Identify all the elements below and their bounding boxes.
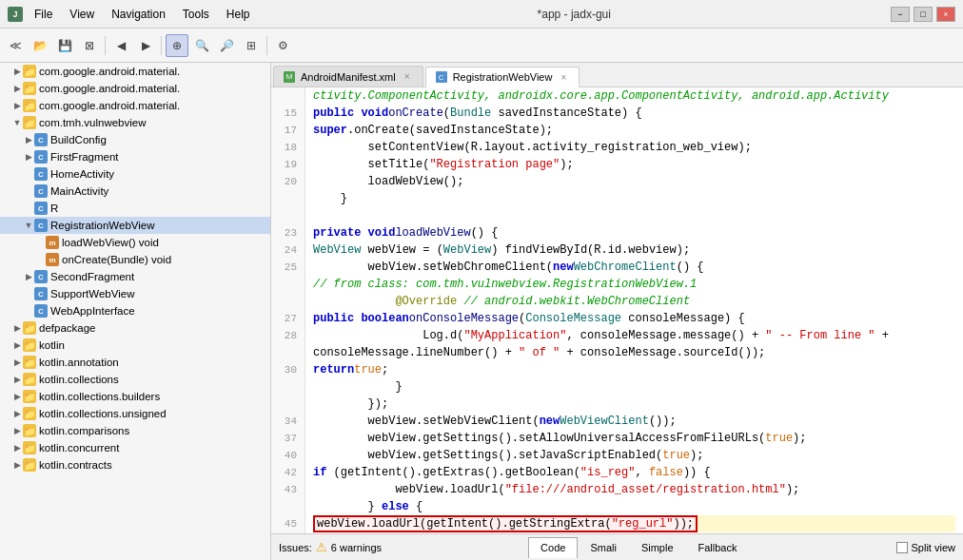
tb-search[interactable]: 🔍 <box>190 34 213 57</box>
code-line: consoleMessage.lineNumber() + " of " + c… <box>313 344 955 361</box>
list-item[interactable]: ▶ 📁 kotlin.collections.unsigned <box>0 405 270 422</box>
folder-icon: 📁 <box>23 407 36 420</box>
tree-label: RegistrationWebView <box>50 220 155 231</box>
tree-label: HomeActivity <box>50 168 114 180</box>
list-item[interactable]: ▶ 📁 com.google.android.material. <box>0 97 270 114</box>
code-line: // from class: com.tmh.vulnwebview.Regis… <box>313 276 955 293</box>
list-item[interactable]: m loadWebView() void <box>0 234 270 251</box>
tree-label: MainActivity <box>50 185 108 197</box>
code-line: return true; <box>313 361 955 378</box>
tab-smali[interactable]: Smali <box>578 537 629 558</box>
tab-label: AndroidManifest.xml <box>301 71 396 83</box>
tree-label: com.google.android.material. <box>39 66 180 77</box>
expand-arrow: ▼ <box>23 221 34 230</box>
app-icon: J <box>8 7 23 22</box>
list-item[interactable]: ▶ 📁 kotlin.comparisons <box>0 422 270 439</box>
code-content: ctivity.ComponentActivity, androidx.core… <box>305 87 963 533</box>
tree-label: onCreate(Bundle) void <box>62 254 171 265</box>
tree-label: com.google.android.material. <box>39 100 180 111</box>
list-item[interactable]: C R <box>0 200 270 217</box>
menu-view[interactable]: View <box>62 6 102 23</box>
class-icon: C <box>34 270 48 283</box>
expand-arrow: ▶ <box>11 392 23 401</box>
class-icon: C <box>34 202 48 215</box>
code-line: loadWebView(); <box>313 173 955 190</box>
tb-nav-fwd[interactable]: ▶ <box>134 34 157 57</box>
folder-icon: 📁 <box>23 82 36 95</box>
tb-find[interactable]: 🔎 <box>215 34 238 57</box>
minimize-button[interactable]: − <box>891 7 910 22</box>
tab-fallback[interactable]: Fallback <box>686 537 750 558</box>
tree-label: kotlin.collections.unsigned <box>39 408 167 419</box>
tree-label: kotlin.collections.builders <box>39 391 160 402</box>
list-item[interactable]: C WebAppInterface <box>0 302 270 319</box>
list-item[interactable]: ▶ C FirstFragment <box>0 148 270 165</box>
tab-code[interactable]: Code <box>528 537 578 558</box>
list-item[interactable]: ▶ 📁 defpackage <box>0 319 270 337</box>
tb-nav-back[interactable]: ◀ <box>109 34 132 57</box>
list-item[interactable]: C HomeActivity <box>0 165 270 183</box>
list-item[interactable]: C MainActivity <box>0 183 270 200</box>
list-item[interactable]: ▶ 📁 kotlin.collections <box>0 371 270 388</box>
tb-close[interactable]: ⊠ <box>78 34 101 57</box>
editor-tabs: M AndroidManifest.xml × C RegistrationWe… <box>271 63 963 87</box>
menu-navigation[interactable]: Navigation <box>104 6 173 23</box>
folder-icon: 📁 <box>23 338 36 352</box>
expand-arrow: ▶ <box>11 101 23 110</box>
tab-close-regwv[interactable]: × <box>558 71 569 83</box>
tree-label: defpackage <box>39 322 95 334</box>
tree-label: com.tmh.vulnwebview <box>39 117 146 128</box>
tab-close-manifest[interactable]: × <box>402 71 413 83</box>
menu-file[interactable]: File <box>27 6 60 23</box>
expand-arrow: ▶ <box>23 135 34 145</box>
tree-label: kotlin.collections <box>39 374 119 385</box>
tb-replace[interactable]: ⊞ <box>240 34 263 57</box>
list-item[interactable]: ▶ 📁 kotlin.concurrent <box>0 439 270 456</box>
code-line: webView.getSettings().setAllowUniversalA… <box>313 430 955 447</box>
list-item[interactable]: ▶ 📁 com.google.android.material. <box>0 63 270 80</box>
tb-settings[interactable]: ⚙ <box>271 34 294 57</box>
class-icon: C <box>34 167 48 181</box>
tree-label: loadWebView() void <box>62 237 159 248</box>
code-line-highlighted: webView.loadUrl(getIntent().getStringExt… <box>313 515 955 532</box>
tab-registrationwebview[interactable]: C RegistrationWebView × <box>425 67 580 87</box>
warnings-count: 6 warnings <box>331 542 382 553</box>
split-view-checkbox[interactable] <box>896 542 908 553</box>
tab-androidmanifest[interactable]: M AndroidManifest.xml × <box>273 66 423 87</box>
tree-label: R <box>50 203 58 214</box>
folder-icon: 📁 <box>23 458 36 472</box>
code-line: } <box>313 190 955 207</box>
list-item[interactable]: ▶ C BuildConfig <box>0 131 270 148</box>
tb-save[interactable]: 💾 <box>53 34 76 57</box>
tb-open[interactable]: 📂 <box>29 34 51 57</box>
code-line: private void loadWebView() { <box>313 224 955 241</box>
list-item[interactable]: ▶ C SecondFragment <box>0 268 270 285</box>
list-item[interactable]: C SupportWebView <box>0 285 270 302</box>
code-line: Log.d("MyApplication", consoleMessage.me… <box>313 327 955 344</box>
tb-back[interactable]: ≪ <box>4 34 27 57</box>
close-button[interactable]: × <box>936 7 955 22</box>
tree-label: FirstFragment <box>50 151 119 163</box>
menu-tools[interactable]: Tools <box>175 6 217 23</box>
bottom-tabs: Code Smali Simple Fallback <box>528 537 749 558</box>
menu-help[interactable]: Help <box>219 6 258 23</box>
code-editor[interactable]: 15 17 18 19 20 23 24 25 27 28 30 34 37 <box>271 87 963 533</box>
list-item[interactable]: ▶ 📁 kotlin.contracts <box>0 456 270 473</box>
list-item[interactable]: ▶ 📁 kotlin <box>0 337 270 354</box>
tb-decompile[interactable]: ⊕ <box>166 34 188 57</box>
code-line: super.onCreate(savedInstanceState); <box>313 122 955 139</box>
tree-label: kotlin <box>39 339 65 351</box>
list-item-selected[interactable]: ▼ C RegistrationWebView <box>0 217 270 234</box>
list-item[interactable]: ▶ 📁 kotlin.annotation <box>0 354 270 371</box>
maximize-button[interactable]: □ <box>914 7 933 22</box>
code-line: @Override // android.webkit.WebChromeCli… <box>313 293 955 310</box>
editor-area: M AndroidManifest.xml × C RegistrationWe… <box>271 63 963 560</box>
list-item[interactable]: ▶ 📁 kotlin.collections.builders <box>0 388 270 405</box>
list-item[interactable]: m onCreate(Bundle) void <box>0 251 270 268</box>
tab-simple[interactable]: Simple <box>629 537 686 558</box>
folder-icon: 📁 <box>23 321 36 335</box>
list-item[interactable]: ▶ 📁 com.google.android.material. <box>0 80 270 97</box>
code-line: setContentView(R.layout.activity_registr… <box>313 139 955 156</box>
list-item[interactable]: ▼ 📁 com.tmh.vulnwebview <box>0 114 270 131</box>
class-tab-icon: C <box>436 71 447 83</box>
